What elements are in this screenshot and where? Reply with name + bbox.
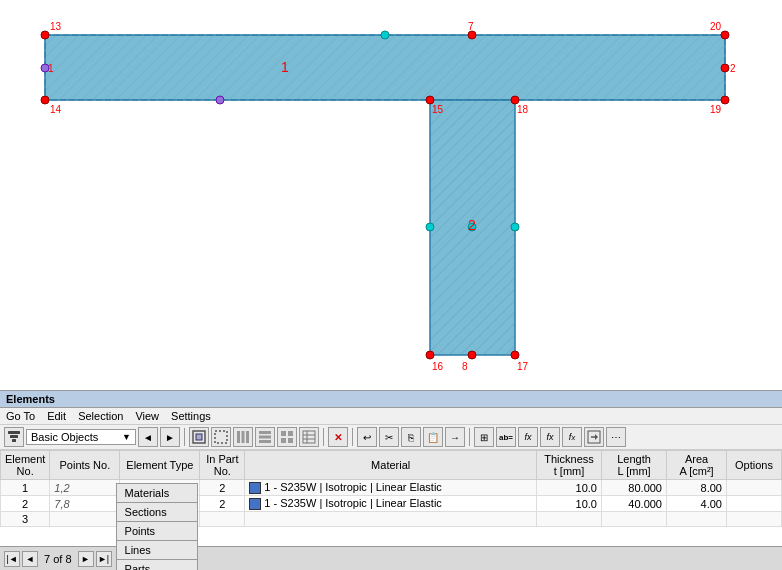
- nav-last-btn[interactable]: ►|: [96, 551, 112, 567]
- cell-options: [727, 496, 782, 512]
- menu-settings[interactable]: Settings: [171, 410, 211, 422]
- separator-1: [184, 428, 185, 446]
- ab-btn[interactable]: ab=: [496, 427, 516, 447]
- undo-btn[interactable]: ↩: [357, 427, 377, 447]
- right-arrow-btn[interactable]: →: [445, 427, 465, 447]
- nav-first-btn[interactable]: |◄: [4, 551, 20, 567]
- nav-next-btn[interactable]: ►: [78, 551, 94, 567]
- menu-selection[interactable]: Selection: [78, 410, 123, 422]
- row-view-btn[interactable]: [255, 427, 275, 447]
- svg-point-8: [41, 31, 49, 39]
- nav-right-btn[interactable]: ►: [160, 427, 180, 447]
- separator-4: [469, 428, 470, 446]
- export-btn[interactable]: [584, 427, 604, 447]
- basic-objects-dropdown[interactable]: Basic Objects ▼: [26, 429, 136, 445]
- col-length: LengthL [mm]: [602, 451, 667, 480]
- svg-rect-49: [259, 436, 271, 439]
- svg-rect-40: [10, 435, 18, 438]
- svg-point-27: [511, 351, 519, 359]
- menu-view[interactable]: View: [135, 410, 159, 422]
- col-element-no: ElementNo.: [1, 451, 50, 480]
- svg-rect-50: [259, 440, 271, 443]
- cell-length: 40.000: [602, 496, 667, 512]
- svg-rect-53: [281, 438, 286, 443]
- window-btn[interactable]: ⊞: [474, 427, 494, 447]
- box-select-btn[interactable]: [211, 427, 231, 447]
- material-swatch: [249, 482, 261, 494]
- tab-parts[interactable]: Parts: [116, 559, 199, 571]
- cell-points: 7,8: [50, 496, 120, 512]
- cell-element-no: 1: [1, 480, 50, 496]
- menu-edit[interactable]: Edit: [47, 410, 66, 422]
- cell-thickness: 10.0: [537, 480, 602, 496]
- tab-sections[interactable]: Sections: [116, 502, 199, 521]
- paste-btn[interactable]: 📋: [423, 427, 443, 447]
- col-thickness: Thicknesst [mm]: [537, 451, 602, 480]
- svg-text:19: 19: [710, 104, 722, 115]
- tab-points[interactable]: Points: [116, 521, 199, 540]
- svg-rect-51: [281, 431, 286, 436]
- menu-goto[interactable]: Go To: [6, 410, 35, 422]
- svg-point-16: [721, 64, 729, 72]
- panel-title: Elements: [0, 391, 782, 408]
- svg-text:18: 18: [517, 104, 529, 115]
- cell-thickness: 10.0: [537, 496, 602, 512]
- page-info: 7 of 8: [40, 553, 76, 565]
- svg-rect-47: [246, 431, 249, 443]
- svg-rect-43: [196, 434, 202, 440]
- nav-left-btn[interactable]: ◄: [138, 427, 158, 447]
- col-material: Material: [245, 451, 537, 480]
- cell-element-no: 3: [1, 512, 50, 527]
- delete-btn[interactable]: ✕: [328, 427, 348, 447]
- fx3-btn[interactable]: fx: [562, 427, 582, 447]
- nav-prev-btn[interactable]: ◄: [22, 551, 38, 567]
- col-area: AreaA [cm²]: [667, 451, 727, 480]
- col-view-btn[interactable]: [233, 427, 253, 447]
- canvas-area: 13 20 14 19 2 1 7 15 18 16 17 8: [0, 0, 782, 390]
- toolbar-row: Basic Objects ▼ ◄ ► ✕ ↩ ✂ ⎘: [0, 425, 782, 450]
- svg-point-14: [721, 96, 729, 104]
- svg-point-12: [41, 96, 49, 104]
- svg-rect-46: [242, 431, 245, 443]
- cell-area: 4.00: [667, 496, 727, 512]
- separator-2: [323, 428, 324, 446]
- svg-rect-39: [8, 431, 20, 434]
- cell-options: [727, 480, 782, 496]
- total-pages: 8: [65, 553, 71, 565]
- dropdown-arrows: ▼: [122, 432, 131, 442]
- grid-view-btn[interactable]: [277, 427, 297, 447]
- svg-marker-61: [595, 434, 598, 440]
- svg-rect-45: [237, 431, 240, 443]
- cut-btn[interactable]: ✂: [379, 427, 399, 447]
- col-options: Options: [727, 451, 782, 480]
- svg-text:2: 2: [468, 217, 476, 233]
- cell-element-no: 2: [1, 496, 50, 512]
- svg-rect-52: [288, 431, 293, 436]
- svg-point-10: [721, 31, 729, 39]
- more-btn[interactable]: ⋯: [606, 427, 626, 447]
- page-of: of: [53, 553, 65, 565]
- cell-material: 1 - S235W | Isotropic | Linear Elastic: [245, 480, 537, 496]
- settings-view-btn[interactable]: [299, 427, 319, 447]
- fx2-btn[interactable]: fx: [540, 427, 560, 447]
- svg-rect-55: [303, 431, 315, 443]
- svg-point-36: [216, 96, 224, 104]
- bottom-tabs: |◄ ◄ 7 of 8 ► ►| MaterialsSectionsPoints…: [0, 546, 782, 570]
- svg-text:20: 20: [710, 21, 722, 32]
- current-page: 7: [44, 553, 50, 565]
- tab-lines[interactable]: Lines: [116, 540, 199, 559]
- cell-in-part: [200, 512, 245, 527]
- cell-options: [727, 512, 782, 527]
- cell-area: 8.00: [667, 480, 727, 496]
- filter-icon: [4, 427, 24, 447]
- svg-rect-41: [12, 439, 16, 442]
- cell-material: 1 - S235W | Isotropic | Linear Elastic: [245, 496, 537, 512]
- copy-btn[interactable]: ⎘: [401, 427, 421, 447]
- tab-materials[interactable]: Materials: [116, 483, 199, 502]
- svg-point-19: [468, 31, 476, 39]
- svg-point-34: [511, 223, 519, 231]
- fx1-btn[interactable]: fx: [518, 427, 538, 447]
- cell-material: [245, 512, 537, 527]
- material-swatch: [249, 498, 261, 510]
- select-btn[interactable]: [189, 427, 209, 447]
